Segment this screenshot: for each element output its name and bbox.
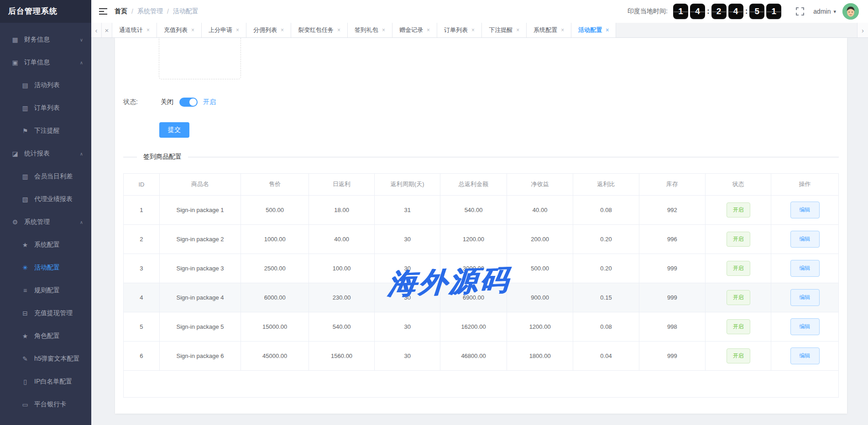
sidebar-item[interactable]: ✳ 活动配置 — [0, 256, 91, 279]
sidebar-collapse-icon[interactable] — [99, 8, 108, 15]
sidebar-item[interactable]: ⊟ 充值提现管理 — [0, 302, 91, 325]
sidebar-item[interactable]: ★ 角色配置 — [0, 325, 91, 347]
cell-product-name: Sign-in package 4 — [159, 283, 241, 312]
tab-close-icon[interactable]: × — [516, 27, 519, 33]
tab[interactable]: 通道统计 × — [112, 23, 157, 37]
tab[interactable]: 裂变红包任务 × — [291, 23, 348, 37]
tab[interactable]: 订单列表 × — [437, 23, 482, 37]
cell-id: 4 — [124, 283, 159, 312]
chevron-down-icon[interactable]: ▾ — [833, 9, 836, 15]
sidebar-item[interactable]: ★ 系统配置 — [0, 233, 91, 256]
sidebar-item-label: 系统管理 — [24, 218, 50, 226]
sidebar-item-label: 财务信息 — [24, 36, 50, 44]
image-upload-dropzone[interactable] — [159, 38, 241, 79]
column-header: 库存 — [639, 174, 706, 195]
chevron-icon: ∧ — [80, 151, 83, 156]
sidebar-item[interactable]: ✎ h5弹窗文本配置 — [0, 347, 91, 370]
sidebar-item[interactable]: ▯ IP白名单配置 — [0, 370, 91, 393]
section-title: 签到商品配置 — [137, 153, 188, 161]
cell-rebate-period: 30 — [375, 224, 440, 254]
cell-net-profit: 1800.00 — [507, 341, 573, 370]
sidebar-item-label: 系统配置 — [34, 241, 60, 249]
sidebar-item[interactable]: ▣ 订单信息 ∧ — [0, 51, 91, 74]
edit-button[interactable]: 编辑 — [790, 231, 820, 248]
column-header: ID — [124, 174, 159, 195]
sidebar-item[interactable]: ▦ 财务信息 ∨ — [0, 28, 91, 51]
breadcrumb-separator: / — [131, 8, 133, 15]
edit-button[interactable]: 编辑 — [790, 347, 820, 364]
breadcrumb-label: 系统管理 — [137, 7, 163, 16]
tab[interactable]: 赠金记录 × — [392, 23, 437, 37]
breadcrumb-item[interactable]: 首页 / — [115, 7, 137, 16]
tab-close-icon[interactable]: × — [427, 27, 430, 33]
tab-close-icon[interactable]: × — [471, 27, 475, 33]
sidebar-item[interactable]: ▥ 订单列表 — [0, 97, 91, 119]
column-header: 日返利 — [309, 174, 375, 195]
tab[interactable]: 上分申请 × — [202, 23, 246, 37]
sidebar-item-label: 订单信息 — [24, 58, 50, 67]
status-toggle[interactable] — [179, 98, 198, 107]
sidebar: 后台管理系统 ▦ 财务信息 ∨ ▣ 订单信息 ∧ ▤ 活动列表 ▥ 订单列表 ⚑… — [0, 0, 91, 425]
bet-reminder-icon: ⚑ — [21, 127, 29, 135]
tab-close-icon[interactable]: × — [236, 27, 239, 33]
sidebar-item[interactable]: ▤ 活动列表 — [0, 74, 91, 97]
switch-off-label: 关闭 — [161, 98, 173, 106]
edit-button[interactable]: 编辑 — [790, 289, 820, 306]
avatar[interactable] — [842, 3, 859, 20]
tab[interactable]: 下注提醒 × — [482, 23, 527, 37]
tab-close-icon[interactable]: × — [281, 27, 284, 33]
top-header: 首页 / 系统管理 / 活动配置 / 印度当地时间: 1 4 : 2 4 : 5… — [91, 0, 868, 23]
sidebar-item-label: 活动列表 — [34, 81, 60, 89]
cell-net-profit: 200.00 — [507, 224, 573, 254]
finance-info-icon: ▦ — [11, 36, 19, 43]
edit-button[interactable]: 编辑 — [790, 202, 820, 218]
sidebar-item[interactable]: ⚙ 系统管理 ∧ — [0, 211, 91, 233]
sidebar-item[interactable]: ≡ 规则配置 — [0, 279, 91, 302]
user-menu[interactable]: admin — [813, 8, 831, 15]
sidebar-item[interactable]: ▧ 代理业绩报表 — [0, 188, 91, 211]
sidebar-item[interactable]: ⚑ 下注提醒 — [0, 119, 91, 142]
rule-config-icon: ≡ — [21, 287, 29, 294]
breadcrumb-item[interactable]: 系统管理 / — [137, 7, 173, 16]
activity-config-panel: 状态: 关闭 开启 提交 签到商品配置 ID商品名售价日返利返利周期(天)总返利… — [115, 38, 847, 414]
edit-button[interactable]: 编辑 — [790, 260, 820, 277]
edit-button[interactable]: 编辑 — [790, 318, 820, 335]
tab[interactable]: 签到礼包 × — [348, 23, 392, 37]
tab-label: 签到礼包 — [355, 26, 378, 34]
breadcrumb-separator: / — [167, 8, 169, 15]
tab-close-icon[interactable]: × — [191, 27, 194, 33]
table-header-row: ID商品名售价日返利返利周期(天)总返利金额净收益返利比库存状态操作 — [124, 174, 838, 195]
sidebar-item-label: 角色配置 — [34, 332, 60, 340]
table-row: 3 Sign-in package 3 2500.00 100.00 30 30… — [124, 254, 838, 283]
tab[interactable]: 活动配置 × — [571, 23, 616, 37]
cell-id: 2 — [124, 224, 159, 254]
sidebar-item-label: h5弹窗文本配置 — [34, 355, 80, 363]
cell-net-profit: 40.00 — [507, 195, 573, 224]
tab-close-icon[interactable]: × — [382, 27, 385, 33]
tabs-close-all-icon[interactable]: × — [102, 23, 112, 37]
tab[interactable]: 系统配置 × — [527, 23, 571, 37]
sidebar-item[interactable]: ▥ 会员当日利差 — [0, 165, 91, 188]
sidebar-item-label: 下注提醒 — [34, 127, 60, 135]
status-badge: 开启 — [727, 232, 750, 247]
tab-close-icon[interactable]: × — [606, 27, 609, 33]
tab[interactable]: 充值列表 × — [157, 23, 202, 37]
cell-daily-rebate: 1560.00 — [309, 341, 375, 370]
tab-close-icon[interactable]: × — [146, 27, 150, 33]
cell-total-rebate: 540.00 — [440, 195, 507, 224]
status-badge: 开启 — [727, 290, 750, 305]
clock-digit: 4 — [728, 4, 743, 19]
fullscreen-icon[interactable] — [796, 7, 804, 16]
sidebar-item[interactable]: ▭ 平台银行卡 — [0, 393, 91, 416]
tabs-scroll-right-icon[interactable]: › — [857, 23, 868, 37]
cell-daily-rebate: 40.00 — [309, 224, 375, 254]
submit-button[interactable]: 提交 — [159, 122, 189, 138]
tab-close-icon[interactable]: × — [337, 27, 340, 33]
sidebar-item[interactable]: ◪ 统计报表 ∧ — [0, 142, 91, 165]
tab-close-icon[interactable]: × — [561, 27, 564, 33]
breadcrumb-item[interactable]: 活动配置 / — [173, 7, 199, 16]
breadcrumb-label: 首页 — [115, 7, 127, 16]
tabs-scroll-left-icon[interactable]: ‹ — [91, 23, 102, 37]
tab[interactable]: 分佣列表 × — [246, 23, 291, 37]
cell-rebate-ratio: 0.04 — [573, 341, 639, 370]
